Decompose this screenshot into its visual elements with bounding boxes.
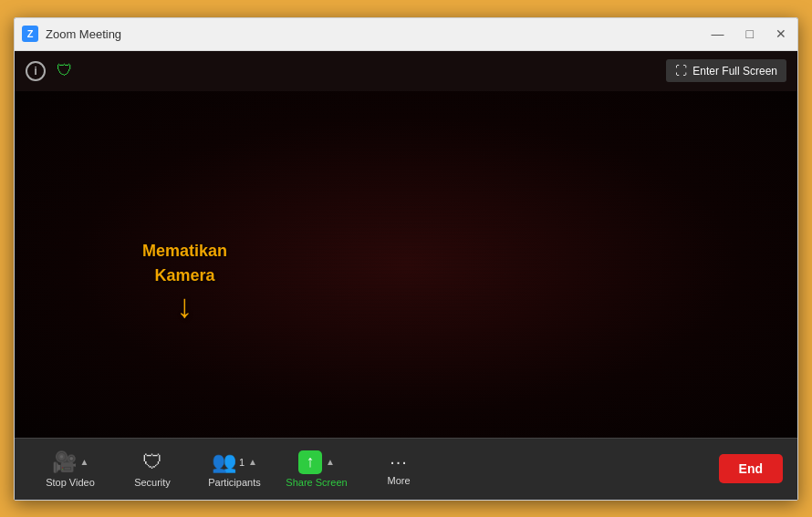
stop-video-label: Stop Video xyxy=(46,477,95,488)
more-button[interactable]: ··· More xyxy=(358,441,440,496)
tooltip-line1: Mematikan xyxy=(142,240,227,261)
share-screen-chevron: ▲ xyxy=(326,457,335,467)
zoom-logo: Z xyxy=(22,26,38,42)
zoom-window: Z Zoom Meeting — □ ✕ i 🛡 ⛶ Enter Full Sc… xyxy=(14,17,798,501)
tooltip-arrow: ↓ xyxy=(177,290,193,323)
stop-video-button[interactable]: 🎥 ▲ Stop Video xyxy=(29,441,111,496)
stop-video-chevron: ▲ xyxy=(80,457,89,467)
security-icon: 🛡 xyxy=(142,450,162,474)
info-icon[interactable]: i xyxy=(26,61,46,81)
participants-label: Participants xyxy=(208,477,260,488)
end-button[interactable]: End xyxy=(719,454,783,483)
share-screen-icon: ↑ xyxy=(298,450,322,474)
video-area: Mematikan Kamera ↓ xyxy=(15,91,797,438)
fullscreen-label: Enter Full Screen xyxy=(692,65,777,78)
fullscreen-button[interactable]: ⛶ Enter Full Screen xyxy=(666,59,786,82)
more-label: More xyxy=(387,475,410,486)
camera-tooltip: Mematikan Kamera ↓ xyxy=(142,240,227,323)
share-screen-button[interactable]: ↑ ▲ Share Screen xyxy=(276,441,358,496)
participants-chevron: ▲ xyxy=(248,457,257,467)
participants-button[interactable]: 👥 1 ▲ Participants xyxy=(193,441,276,496)
top-bar-icons: i 🛡 xyxy=(26,61,75,81)
title-bar: Z Zoom Meeting — □ ✕ xyxy=(15,18,797,51)
share-screen-label: Share Screen xyxy=(286,477,347,488)
minimize-button[interactable]: — xyxy=(708,26,728,42)
toolbar-items: 🎥 ▲ Stop Video 🛡 Security 👥 1 ▲ Pa xyxy=(29,441,708,496)
maximize-button[interactable]: □ xyxy=(743,26,757,42)
participant-count: 1 xyxy=(239,457,245,468)
tooltip-line2: Kamera xyxy=(155,265,215,286)
window-title: Zoom Meeting xyxy=(46,27,708,41)
stop-video-icon: 🎥 xyxy=(52,450,77,474)
window-controls: — □ ✕ xyxy=(708,26,790,42)
bottom-toolbar: 🎥 ▲ Stop Video 🛡 Security 👥 1 ▲ Pa xyxy=(15,438,797,500)
security-shield-icon[interactable]: 🛡 xyxy=(55,61,75,81)
meeting-top-bar: i 🛡 ⛶ Enter Full Screen xyxy=(15,51,797,91)
security-label: Security xyxy=(134,477,171,488)
fullscreen-icon: ⛶ xyxy=(675,64,687,78)
participants-icon: 👥 xyxy=(212,450,236,474)
security-button[interactable]: 🛡 Security xyxy=(111,441,193,496)
more-icon: ··· xyxy=(390,451,408,472)
close-button[interactable]: ✕ xyxy=(772,26,790,42)
